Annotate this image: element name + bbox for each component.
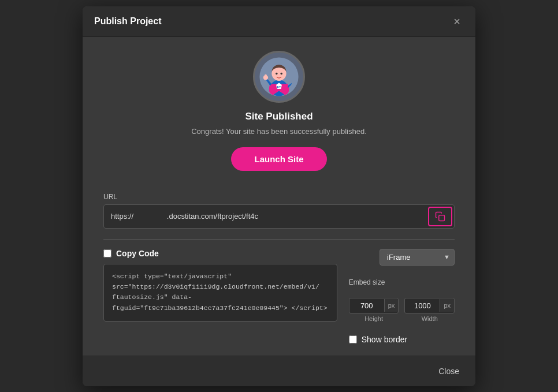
iframe-select[interactable]: iFrame <box>380 249 455 266</box>
height-unit: px <box>384 299 399 312</box>
url-label: URL <box>103 193 455 201</box>
launch-site-button[interactable]: Launch Site <box>231 147 326 171</box>
url-input-row <box>103 204 455 229</box>
copy-code-right: iFrame ▼ Embed size px Height <box>349 249 455 344</box>
iframe-select-row: iFrame ▼ <box>349 249 455 266</box>
svg-rect-7 <box>265 74 267 78</box>
section-divider <box>103 239 455 240</box>
avatar: FT <box>253 51 305 103</box>
modal-close-button[interactable]: × <box>450 14 464 28</box>
code-area: <script type="text/javascript" src="http… <box>103 264 337 322</box>
iframe-select-wrapper: iFrame ▼ <box>380 249 455 266</box>
svg-rect-8 <box>439 215 445 221</box>
modal-title: Publish Project <box>94 16 161 27</box>
width-input-row: px <box>404 298 455 313</box>
width-label: Width <box>404 315 455 322</box>
embed-size-label: Embed size <box>349 278 455 286</box>
modal-overlay: Publish Project × <box>0 0 558 392</box>
width-input[interactable] <box>405 298 440 313</box>
modal-body: FT <box>83 37 475 344</box>
copy-icon <box>435 211 445 222</box>
site-published-title: Site Published <box>245 111 313 122</box>
copy-code-checkbox[interactable] <box>103 249 111 257</box>
modal-footer: Close <box>83 356 475 386</box>
avatar-section: FT <box>103 51 455 184</box>
avatar-image: FT <box>259 57 299 97</box>
embed-size-inputs: px Height px Width <box>349 298 455 322</box>
copy-code-left: Copy Code <script type="text/javascript"… <box>103 249 337 344</box>
copy-code-section: Copy Code <script type="text/javascript"… <box>103 249 455 344</box>
copy-code-header: Copy Code <box>103 249 337 258</box>
site-published-subtitle: Congrats! Your site has been successfull… <box>191 127 367 136</box>
modal-header: Publish Project × <box>83 6 475 37</box>
show-border-row: Show border <box>349 335 455 344</box>
height-field: px Height <box>349 298 399 322</box>
show-border-checkbox[interactable] <box>349 335 357 344</box>
height-input-row: px <box>349 298 399 313</box>
publish-project-modal: Publish Project × <box>83 6 475 386</box>
height-input[interactable] <box>349 298 384 313</box>
copy-code-label: Copy Code <box>116 249 159 258</box>
code-content: <script type="text/javascript" src="http… <box>112 272 328 312</box>
show-border-label: Show border <box>362 335 407 344</box>
url-input[interactable] <box>104 207 426 226</box>
height-label: Height <box>349 315 399 322</box>
close-footer-button[interactable]: Close <box>434 364 464 378</box>
url-section: URL <box>103 193 455 229</box>
width-unit: px <box>440 299 454 312</box>
width-field: px Width <box>404 298 455 322</box>
svg-text:FT: FT <box>277 85 281 88</box>
svg-point-5 <box>280 72 282 74</box>
svg-point-4 <box>276 72 278 74</box>
copy-url-button[interactable] <box>428 207 452 226</box>
